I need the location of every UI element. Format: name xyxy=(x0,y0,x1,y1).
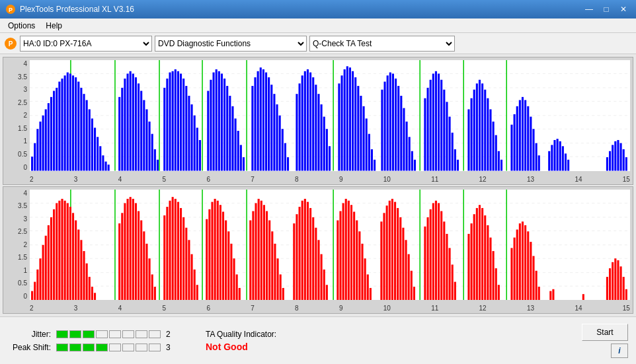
svg-rect-333 xyxy=(430,209,432,300)
function-select[interactable]: DVD Diagnostic Functions xyxy=(155,36,307,52)
bottom-chart-x-axis: 2 3 4 5 6 7 8 9 10 11 12 13 14 15 xyxy=(30,305,630,312)
svg-rect-318 xyxy=(380,221,382,300)
svg-rect-347 xyxy=(479,205,481,300)
svg-rect-48 xyxy=(108,164,110,170)
svg-rect-358 xyxy=(519,223,521,300)
svg-rect-259 xyxy=(180,207,182,300)
svg-rect-173 xyxy=(514,114,516,171)
ta-quality-label: TA Quality Indicator: xyxy=(206,330,276,339)
svg-rect-304 xyxy=(326,285,328,300)
svg-rect-83 xyxy=(221,73,223,170)
jitter-seg-4 xyxy=(96,330,108,338)
svg-rect-58 xyxy=(143,100,145,170)
svg-rect-60 xyxy=(149,122,151,170)
svg-rect-324 xyxy=(397,207,399,300)
svg-rect-111 xyxy=(309,73,311,171)
svg-rect-37 xyxy=(77,82,79,171)
svg-rect-63 xyxy=(157,160,159,171)
svg-rect-33 xyxy=(67,73,69,171)
title-bar: P PlexTools Professional XL V3.16 — □ ✕ xyxy=(0,0,636,18)
test-select[interactable]: Q-Check TA Test xyxy=(309,36,455,52)
svg-rect-181 xyxy=(536,143,537,171)
close-button[interactable]: ✕ xyxy=(616,3,631,15)
svg-rect-350 xyxy=(487,225,489,300)
svg-rect-65 xyxy=(166,79,168,171)
svg-rect-242 xyxy=(127,198,129,300)
svg-rect-170 xyxy=(498,151,500,171)
svg-rect-118 xyxy=(329,146,331,170)
svg-rect-283 xyxy=(260,200,262,300)
svg-rect-40 xyxy=(86,100,88,170)
svg-rect-146 xyxy=(424,98,426,171)
svg-rect-182 xyxy=(538,155,540,170)
maximize-button[interactable]: □ xyxy=(599,3,614,15)
svg-rect-251 xyxy=(151,274,153,300)
top-chart-inner xyxy=(30,60,630,171)
svg-rect-299 xyxy=(312,217,314,300)
svg-rect-338 xyxy=(443,221,445,300)
svg-rect-41 xyxy=(89,109,91,170)
svg-rect-84 xyxy=(223,79,225,171)
svg-rect-314 xyxy=(361,243,363,300)
svg-rect-273 xyxy=(225,220,227,300)
menu-help[interactable]: Help xyxy=(40,20,67,32)
svg-rect-258 xyxy=(177,201,179,300)
svg-rect-312 xyxy=(356,220,358,300)
info-button[interactable]: i xyxy=(611,344,628,358)
start-button[interactable]: Start xyxy=(582,324,628,341)
app-icon: P xyxy=(5,4,16,15)
peakshift-bar xyxy=(56,344,161,351)
svg-rect-45 xyxy=(99,146,101,170)
svg-rect-180 xyxy=(532,129,534,170)
svg-rect-184 xyxy=(551,145,553,170)
svg-rect-252 xyxy=(154,287,156,300)
peakshift-seg-7 xyxy=(136,344,147,351)
svg-rect-349 xyxy=(484,215,486,300)
svg-rect-81 xyxy=(216,69,218,171)
svg-rect-134 xyxy=(384,82,386,171)
svg-rect-80 xyxy=(213,73,215,171)
svg-rect-363 xyxy=(532,256,534,300)
svg-rect-66 xyxy=(169,73,171,171)
svg-rect-188 xyxy=(562,146,564,170)
svg-rect-228 xyxy=(67,203,69,300)
svg-text:P: P xyxy=(9,40,13,48)
svg-rect-264 xyxy=(194,269,196,300)
svg-rect-76 xyxy=(196,127,198,170)
svg-rect-241 xyxy=(124,203,126,300)
svg-rect-114 xyxy=(317,94,319,170)
svg-rect-255 xyxy=(169,200,171,300)
svg-rect-141 xyxy=(403,108,405,171)
minimize-button[interactable]: — xyxy=(582,3,596,15)
svg-rect-246 xyxy=(138,211,139,300)
svg-rect-68 xyxy=(175,69,177,171)
svg-rect-57 xyxy=(140,91,142,171)
svg-rect-272 xyxy=(222,211,224,300)
svg-rect-78 xyxy=(207,91,209,171)
svg-rect-271 xyxy=(219,205,221,300)
svg-rect-29 xyxy=(56,88,58,171)
svg-rect-239 xyxy=(118,223,120,300)
svg-rect-148 xyxy=(430,80,432,171)
svg-rect-219 xyxy=(42,244,44,300)
drive-select[interactable]: HA:0 ID:0 PX-716A xyxy=(20,36,152,52)
svg-rect-274 xyxy=(227,231,229,300)
jitter-seg-1 xyxy=(56,330,68,338)
top-chart: 4 3.5 3 2.5 2 1.5 1 0.5 0 xyxy=(3,57,633,185)
svg-rect-262 xyxy=(188,240,190,300)
svg-rect-70 xyxy=(180,73,182,170)
svg-rect-224 xyxy=(56,203,58,300)
svg-rect-366 xyxy=(549,291,551,300)
menu-options[interactable]: Options xyxy=(3,20,40,32)
svg-rect-154 xyxy=(446,102,448,170)
svg-rect-64 xyxy=(163,88,165,171)
svg-rect-370 xyxy=(612,262,614,300)
svg-rect-289 xyxy=(277,258,279,300)
svg-rect-116 xyxy=(323,117,325,171)
svg-rect-89 xyxy=(237,131,239,170)
svg-rect-232 xyxy=(77,229,79,300)
svg-rect-137 xyxy=(392,73,394,170)
svg-rect-307 xyxy=(342,203,344,300)
svg-rect-167 xyxy=(489,109,491,170)
drive-icon: P xyxy=(4,37,17,50)
